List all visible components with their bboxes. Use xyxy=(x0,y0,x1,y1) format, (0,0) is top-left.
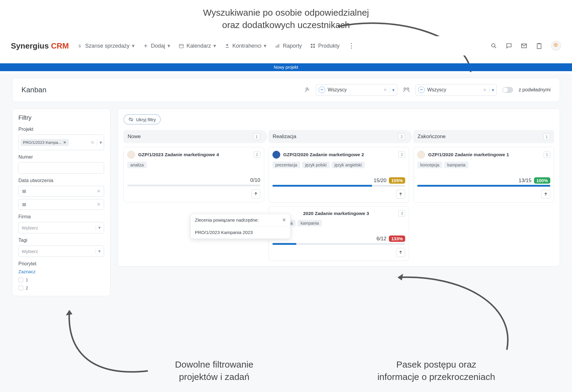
filters-panel: Filtry Projekt PRO/1/2023 Kampa... ✕ ✕ ▾… xyxy=(12,109,110,296)
tag: język polski xyxy=(302,162,330,168)
clear-icon[interactable]: ✕ xyxy=(97,202,101,207)
nav-dodaj[interactable]: Dodaj ▾ xyxy=(143,43,170,49)
clear-icon[interactable]: ✕ xyxy=(97,188,101,194)
kanban-header: Kanban Wszyscy ✕ ▾ Wszyscy xyxy=(12,78,560,102)
clear-icon[interactable]: ✕ xyxy=(483,87,487,92)
kanban-card[interactable]: GZP/1/2020 Zadanie marketingowe 1 1 konc… xyxy=(413,147,554,203)
filter-firma-select[interactable]: Wybierz ▾ xyxy=(18,222,104,233)
clipboard-icon[interactable] xyxy=(536,43,542,49)
assignee-select[interactable]: Wszyscy ✕ ▾ xyxy=(316,84,397,96)
svg-rect-21 xyxy=(22,190,26,193)
chevron-down-icon[interactable]: ▾ xyxy=(96,225,101,230)
svg-rect-5 xyxy=(278,44,279,48)
grid-icon xyxy=(310,43,316,49)
col-count: 1 xyxy=(543,133,550,140)
tag: analiza xyxy=(127,162,147,168)
kanban-card[interactable]: GZP/1/2023 Zadanie marketingowe 4 2 anal… xyxy=(123,147,264,202)
avatar[interactable] xyxy=(551,41,561,51)
svg-rect-12 xyxy=(537,44,541,49)
tag: kampania xyxy=(444,162,469,168)
more-icon[interactable]: ⋮ xyxy=(348,42,355,50)
nav-raporty[interactable]: Raporty xyxy=(275,43,302,49)
kanban-card[interactable]: GZP/2/2020 Zadanie marketingowe 2 2 prez… xyxy=(269,147,409,203)
kanban-col-nowe: Nowe 1 GZP/1/2023 Zadanie marketingowe 4… xyxy=(123,130,264,261)
progress-bar xyxy=(272,185,405,187)
chevron-down-icon[interactable]: ▾ xyxy=(492,87,494,93)
chevron-down-icon[interactable]: ▾ xyxy=(97,140,102,145)
clear-icon[interactable]: ✕ xyxy=(383,87,387,92)
subordinates-toggle[interactable] xyxy=(502,87,513,93)
filter-tagi-label: Tagi xyxy=(18,238,104,243)
filter-date-from[interactable]: ✕ xyxy=(18,186,104,197)
nav-szanse[interactable]: $ Szanse sprzedaży ▾ xyxy=(77,43,135,49)
arrow-up-button[interactable] xyxy=(396,248,405,257)
group-icon xyxy=(319,87,325,93)
arrow-up-button[interactable] xyxy=(541,190,550,199)
nav-produkty[interactable]: Produkty xyxy=(310,43,339,49)
tag: kampania xyxy=(297,220,322,226)
checkbox[interactable] xyxy=(18,286,23,290)
svg-rect-3 xyxy=(276,46,276,48)
svg-point-19 xyxy=(421,89,421,90)
arrow-up-button[interactable] xyxy=(396,190,405,199)
arrow-up-button[interactable] xyxy=(251,189,260,198)
filter-priorytet-selectall[interactable]: Zaznacz xyxy=(18,269,104,274)
col-header: Realizacja 2 xyxy=(269,130,409,143)
card-title: 2020 Zadanie marketingowe 3 xyxy=(303,211,396,216)
close-icon[interactable]: ✕ xyxy=(282,217,286,223)
nav-kontrahenci[interactable]: Kontrahenci ▾ xyxy=(224,43,266,49)
card-title: GZP/1/2023 Zadanie marketingowe 4 xyxy=(138,152,251,157)
page-title: Kanban xyxy=(21,86,46,94)
card-title: GZP/1/2020 Zadanie marketingowe 1 xyxy=(428,152,541,157)
col-header: Nowe 1 xyxy=(123,130,264,143)
nav-right xyxy=(491,41,561,51)
progress-bar xyxy=(417,185,550,187)
svg-rect-9 xyxy=(313,46,315,48)
progress-bar xyxy=(272,243,405,245)
assignee-icon xyxy=(304,87,310,93)
svg-rect-13 xyxy=(538,43,540,44)
chat-icon[interactable] xyxy=(506,43,512,49)
progress-ratio: 15/20 xyxy=(373,178,386,184)
chevron-down-icon[interactable]: ▾ xyxy=(96,248,101,254)
related-orders-popover: Zlecenia powiązane nadrzędne: ✕ PRO/1/20… xyxy=(190,214,291,239)
chevron-down-icon[interactable]: ▾ xyxy=(392,87,395,93)
board: Ukryj filtry Nowe 1 GZP/1/2023 Zadanie m… xyxy=(118,109,560,267)
filter-projekt-select[interactable]: PRO/1/2023 Kampa... ✕ ✕ ▾ xyxy=(18,134,104,150)
svg-rect-8 xyxy=(311,46,313,48)
filter-numer-input[interactable] xyxy=(18,162,104,174)
clear-icon[interactable]: ✕ xyxy=(91,140,94,145)
nav-kalendarz[interactable]: Kalendarz ▾ xyxy=(179,43,216,49)
hide-filters-button[interactable]: Ukryj filtry xyxy=(123,114,161,125)
topbar: Synergius CRM $ Szanse sprzedaży ▾ Dodaj… xyxy=(0,36,572,55)
filter-date-label: Data utworzenia xyxy=(18,178,104,183)
card-badge: 2 xyxy=(254,151,260,158)
mail-icon[interactable] xyxy=(521,43,527,49)
filter-priorytet-1[interactable]: 1 xyxy=(18,277,104,282)
filter-projekt-chip[interactable]: PRO/1/2023 Kampa... ✕ xyxy=(21,139,69,146)
svg-point-14 xyxy=(306,88,308,90)
search-icon[interactable] xyxy=(491,43,497,49)
filter-date-to[interactable]: ✕ xyxy=(18,199,104,210)
chevron-down-icon: ▾ xyxy=(167,43,170,49)
filter-tagi-select[interactable]: Wybierz ▾ xyxy=(18,245,104,257)
svg-point-17 xyxy=(404,88,406,90)
filter-numer-label: Numer xyxy=(18,154,104,160)
app-body: Kanban Wszyscy ✕ ▾ Wszyscy xyxy=(0,74,572,392)
eye-off-icon xyxy=(128,117,134,122)
filter-projekt-label: Projekt xyxy=(18,127,104,132)
filter-priorytet-2[interactable]: 2 xyxy=(18,285,104,290)
filter-priorytet-label: Priorytet xyxy=(18,261,104,267)
barchart-icon xyxy=(275,43,280,49)
chevron-down-icon: ▾ xyxy=(213,43,216,49)
card-badge: 1 xyxy=(544,151,550,158)
chip-remove-icon[interactable]: ✕ xyxy=(63,140,66,145)
avatar xyxy=(272,151,280,159)
checkbox[interactable] xyxy=(18,277,23,282)
svg-point-16 xyxy=(322,89,323,90)
banner-new-project[interactable]: Nowy projekt xyxy=(0,63,572,71)
popover-item[interactable]: PRO/1/2023 Kampania 2023 xyxy=(191,226,290,239)
svg-rect-6 xyxy=(311,44,313,45)
participants-select[interactable]: Wszyscy ✕ ▾ xyxy=(415,84,497,96)
filters-title: Filtry xyxy=(18,114,104,121)
